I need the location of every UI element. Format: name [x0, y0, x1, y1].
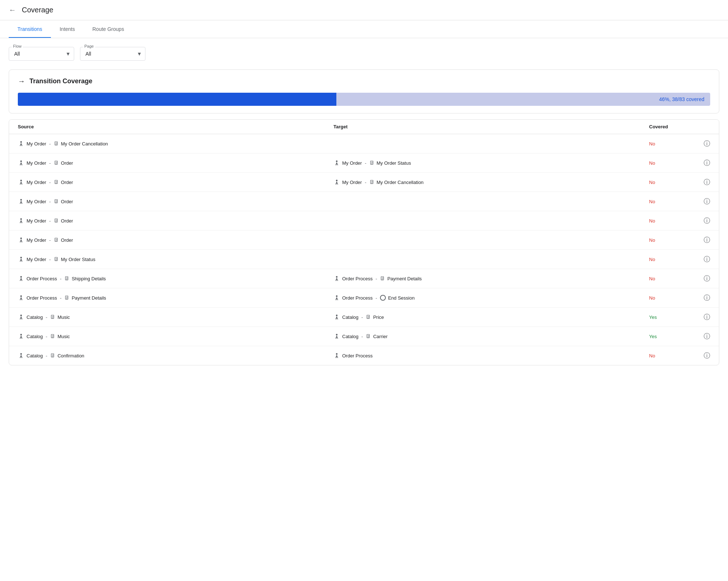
source-flow-name: My Order — [27, 160, 46, 166]
target-flow-name: Order Process — [342, 295, 373, 301]
covered-cell: No — [649, 353, 693, 358]
target-flow-name: Catalog — [342, 334, 359, 339]
info-icon[interactable]: ⓘ — [704, 178, 710, 187]
info-icon[interactable]: ⓘ — [704, 255, 710, 264]
transitions-table: Source Target Covered My Order - My Orde… — [9, 119, 719, 365]
info-icon[interactable]: ⓘ — [704, 236, 710, 244]
covered-cell: Yes — [649, 334, 693, 339]
target-page-name: End Session — [388, 295, 415, 301]
info-icon[interactable]: ⓘ — [704, 332, 710, 341]
info-cell[interactable]: ⓘ — [693, 255, 710, 264]
info-icon[interactable]: ⓘ — [704, 197, 710, 206]
info-icon[interactable]: ⓘ — [704, 313, 710, 321]
progress-bar-fill — [18, 93, 336, 106]
target-page-name: My Order Status — [377, 160, 411, 166]
source-cell: My Order - My Order Status — [18, 256, 333, 263]
svg-point-2 — [20, 160, 22, 162]
info-icon[interactable]: ⓘ — [704, 216, 710, 225]
table-row: Catalog - Music Catalog - Price Yes ⓘ — [9, 308, 719, 327]
info-cell[interactable]: ⓘ — [693, 351, 710, 360]
source-cell: Order Process - Shipping Details — [18, 275, 333, 282]
source-cell: My Order - Order — [18, 217, 333, 224]
covered-value: Yes — [649, 334, 657, 339]
info-cell[interactable]: ⓘ — [693, 293, 710, 302]
back-button[interactable]: ← — [9, 6, 16, 14]
svg-point-16 — [20, 257, 22, 259]
covered-value: Yes — [649, 314, 657, 320]
source-page-name: My Order Cancellation — [61, 141, 108, 147]
info-icon[interactable]: ⓘ — [704, 159, 710, 167]
info-cell[interactable]: ⓘ — [693, 332, 710, 341]
coverage-card-title: Transition Coverage — [29, 77, 92, 85]
source-page-name: Order — [61, 160, 73, 166]
source-page-name: Shipping Details — [72, 276, 106, 281]
tab-intents[interactable]: Intents — [51, 20, 84, 38]
target-cell: Order Process — [333, 352, 649, 359]
svg-point-14 — [20, 237, 22, 239]
coverage-title-row: → Transition Coverage — [18, 77, 710, 85]
info-cell[interactable]: ⓘ — [693, 197, 710, 206]
target-page-name: Price — [373, 314, 384, 320]
svg-point-31 — [336, 334, 338, 336]
page-header: ← Coverage — [0, 0, 728, 20]
end-session-icon — [380, 295, 386, 301]
tab-route-groups[interactable]: Route Groups — [84, 20, 133, 38]
flow-filter-select[interactable]: All — [9, 47, 74, 61]
svg-point-4 — [336, 160, 338, 162]
covered-value: No — [649, 276, 655, 281]
covered-value: No — [649, 141, 655, 147]
info-cell[interactable]: ⓘ — [693, 216, 710, 225]
svg-point-6 — [20, 180, 22, 181]
info-icon[interactable]: ⓘ — [704, 351, 710, 360]
target-cell: Catalog - Price — [333, 314, 649, 320]
info-icon[interactable]: ⓘ — [704, 274, 710, 283]
covered-value: No — [649, 353, 655, 358]
source-page-name: My Order Status — [61, 257, 96, 262]
source-flow-name: My Order — [27, 141, 46, 147]
col-header-covered: Covered — [649, 124, 693, 129]
table-row: Catalog - Music Catalog - Carrier Yes ⓘ — [9, 327, 719, 346]
covered-value: No — [649, 237, 655, 243]
target-cell: Order Process - End Session — [333, 294, 649, 301]
svg-point-0 — [20, 141, 22, 143]
source-page-name: Music — [57, 334, 70, 339]
info-cell[interactable]: ⓘ — [693, 139, 710, 148]
info-icon[interactable]: ⓘ — [704, 293, 710, 302]
page-title: Coverage — [22, 6, 53, 14]
info-icon[interactable]: ⓘ — [704, 139, 710, 148]
source-cell: My Order - My Order Cancellation — [18, 140, 333, 147]
info-cell[interactable]: ⓘ — [693, 178, 710, 187]
target-flow-name: My Order — [342, 160, 362, 166]
target-flow-name: My Order — [342, 180, 362, 185]
source-page-name: Order — [61, 180, 73, 185]
tab-transitions[interactable]: Transitions — [9, 20, 51, 38]
page-filter-label: Page — [83, 44, 95, 48]
target-cell: My Order - My Order Cancellation — [333, 179, 649, 185]
table-row: My Order - Order No ⓘ — [9, 231, 719, 250]
target-cell: Catalog - Carrier — [333, 333, 649, 340]
covered-value: No — [649, 295, 655, 301]
target-page-name: Payment Details — [387, 276, 422, 281]
source-flow-name: Order Process — [27, 276, 57, 281]
covered-cell: No — [649, 199, 693, 204]
table-row: My Order - Order No ⓘ — [9, 211, 719, 231]
covered-cell: No — [649, 257, 693, 262]
page-filter-select[interactable]: All — [80, 47, 145, 61]
info-cell[interactable]: ⓘ — [693, 313, 710, 321]
covered-cell: No — [649, 160, 693, 166]
back-arrow-icon: ← — [9, 6, 16, 14]
source-flow-name: My Order — [27, 180, 46, 185]
info-cell[interactable]: ⓘ — [693, 159, 710, 167]
svg-point-29 — [20, 334, 22, 336]
svg-point-35 — [336, 353, 338, 355]
svg-point-24 — [336, 295, 338, 297]
covered-value: No — [649, 218, 655, 224]
info-cell[interactable]: ⓘ — [693, 236, 710, 244]
info-cell[interactable]: ⓘ — [693, 274, 710, 283]
svg-point-33 — [20, 353, 22, 355]
tabs-container: Transitions Intents Route Groups — [0, 20, 728, 38]
target-page-name: Carrier — [373, 334, 388, 339]
covered-cell: No — [649, 218, 693, 224]
progress-bar-container: 46%, 38/83 covered — [18, 93, 710, 106]
covered-cell: No — [649, 180, 693, 185]
